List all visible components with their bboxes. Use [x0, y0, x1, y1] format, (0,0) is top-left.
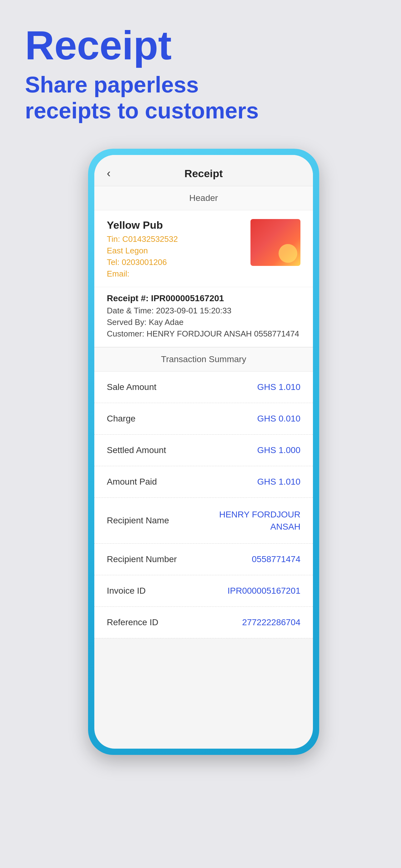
- served-by-label: Served By:: [107, 317, 146, 327]
- business-email: Email:: [107, 269, 244, 279]
- phone-screen: ‹ Receipt Header Yellow Pub Tin: C014325…: [94, 155, 313, 749]
- row-label: Sale Amount: [107, 382, 157, 392]
- business-tel: Tel: 0203001206: [107, 257, 244, 267]
- page-container: Receipt Share paperless receipts to cust…: [0, 0, 401, 868]
- header-section-label: Header: [94, 186, 313, 210]
- row-label: Invoice ID: [107, 586, 146, 596]
- business-info: Yellow Pub Tin: C01432532532 East Legon …: [107, 219, 244, 281]
- business-section: Yellow Pub Tin: C01432532532 East Legon …: [94, 210, 313, 287]
- customer-line: Customer: HENRY FORDJOUR ANSAH 055877147…: [107, 329, 300, 339]
- served-by-line: Served By: Kay Adae: [107, 317, 300, 327]
- business-logo: [250, 219, 300, 266]
- row-label: Amount Paid: [107, 477, 157, 487]
- row-value: HENRY FORDJOURANSAH: [219, 508, 300, 533]
- subtitle: Share paperless receipts to customers: [25, 72, 382, 124]
- back-button[interactable]: ‹: [107, 167, 110, 180]
- receipt-number: Receipt #: IPR000005167201: [107, 293, 300, 303]
- row-label: Charge: [107, 414, 136, 424]
- date-time-line: Date & Time: 2023-09-01 15:20:33: [107, 306, 300, 316]
- row-label: Reference ID: [107, 617, 158, 627]
- business-location: East Legon: [107, 246, 244, 256]
- table-row: Recipient Number 0558771474: [94, 544, 313, 575]
- row-value: GHS 1.010: [257, 382, 300, 392]
- transaction-rows: Sale Amount GHS 1.010 Charge GHS 0.010 S…: [94, 372, 313, 638]
- table-row: Settled Amount GHS 1.000: [94, 435, 313, 466]
- served-by-value: Kay Adae: [149, 317, 183, 327]
- phone-frame: ‹ Receipt Header Yellow Pub Tin: C014325…: [88, 149, 319, 755]
- receipt-meta: Receipt #: IPR000005167201 Date & Time: …: [94, 287, 313, 347]
- business-tin: Tin: C01432532532: [107, 234, 244, 244]
- date-time-label: Date & Time:: [107, 306, 154, 315]
- table-row: Amount Paid GHS 1.010: [94, 466, 313, 498]
- phone-wrapper: ‹ Receipt Header Yellow Pub Tin: C014325…: [25, 149, 382, 755]
- business-name: Yellow Pub: [107, 219, 244, 231]
- row-value: 0558771474: [252, 554, 300, 564]
- receipt-num-value: IPR000005167201: [151, 293, 224, 303]
- table-row: Recipient Name HENRY FORDJOURANSAH: [94, 498, 313, 544]
- screen-title: Receipt: [185, 167, 223, 180]
- receipt-num-label: Receipt #:: [107, 293, 149, 303]
- row-label: Recipient Name: [107, 516, 169, 526]
- row-label: Settled Amount: [107, 445, 166, 455]
- date-time-value: 2023-09-01 15:20:33: [156, 306, 231, 315]
- subtitle-line1: Share paperless: [25, 72, 199, 97]
- row-value: GHS 1.000: [257, 445, 300, 455]
- row-value: IPR000005167201: [227, 586, 300, 596]
- row-value: GHS 1.010: [257, 477, 300, 487]
- main-title: Receipt: [25, 25, 382, 66]
- table-row: Reference ID 277222286704: [94, 607, 313, 638]
- row-value: GHS 0.010: [257, 414, 300, 424]
- subtitle-line2: receipts to customers: [25, 98, 259, 123]
- customer-label: Customer:: [107, 329, 144, 338]
- transaction-summary-label: Transaction Summary: [94, 347, 313, 372]
- table-row: Invoice ID IPR000005167201: [94, 575, 313, 607]
- row-label: Recipient Number: [107, 554, 177, 564]
- table-row: Charge GHS 0.010: [94, 403, 313, 435]
- row-value: 277222286704: [242, 617, 300, 627]
- table-row: Sale Amount GHS 1.010: [94, 372, 313, 403]
- customer-value: HENRY FORDJOUR ANSAH 0558771474: [146, 329, 299, 338]
- screen-header: ‹ Receipt: [94, 155, 313, 186]
